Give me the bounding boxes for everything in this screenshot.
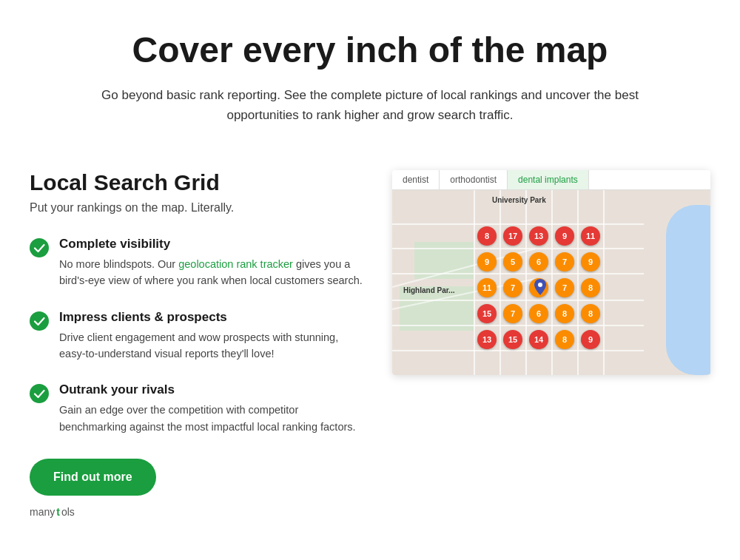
left-panel: Local Search Grid Put your rankings on t…	[30, 170, 363, 519]
map-dot-10: 11	[477, 278, 497, 297]
feature-content-visibility: Complete visibility No more blindspots. …	[59, 237, 363, 289]
map-dot-8: 7	[555, 252, 574, 271]
map-dot-17: 6	[529, 304, 548, 323]
map-dot-21: 15	[503, 330, 522, 349]
map-pin	[534, 279, 546, 295]
geolocation-link[interactable]: geolocation rank tracker	[178, 258, 293, 270]
map-dot-24: 9	[581, 330, 600, 349]
map-tab-dentist[interactable]: dentist	[392, 170, 440, 189]
feature-list: Complete visibility No more blindspots. …	[30, 237, 363, 436]
map-dot-4: 11	[581, 226, 600, 246]
hero-title: Cover every inch of the map	[30, 30, 710, 70]
svg-point-2	[30, 384, 49, 403]
map-tabs: dentist orthodontist dental implants	[392, 170, 710, 190]
feature-title-rivals: Outrank your rivals	[59, 382, 363, 397]
map-dot-16: 7	[503, 304, 522, 323]
map-tab-dental-implants[interactable]: dental implants	[508, 170, 589, 189]
map-dot-19: 8	[581, 304, 600, 323]
map-dot-7: 6	[529, 252, 548, 271]
hero-subtitle: Go beyond basic rank reporting. See the …	[74, 85, 666, 125]
main-content: Local Search Grid Put your rankings on t…	[30, 170, 710, 519]
feature-title-clients: Impress clients & prospects	[59, 310, 363, 325]
feature-item-visibility: Complete visibility No more blindspots. …	[30, 237, 363, 289]
map-container: dentist orthodontist dental implants	[392, 170, 710, 375]
page-wrapper: Cover every inch of the map Go beyond ba…	[0, 0, 740, 547]
hero-section: Cover every inch of the map Go beyond ba…	[30, 30, 710, 126]
map-dot-5: 9	[477, 252, 497, 271]
section-subtitle: Put your rankings on the map. Literally.	[30, 201, 363, 215]
map-dot-23: 8	[555, 330, 574, 349]
map-dot-2: 13	[529, 226, 548, 246]
section-title: Local Search Grid	[30, 170, 363, 195]
brand-name: many	[30, 506, 55, 518]
feature-item-rivals: Outrank your rivals Gain an edge over th…	[30, 382, 363, 435]
map-dot-13: 7	[555, 278, 574, 297]
map-dot-20: 13	[477, 330, 497, 349]
brand-suffix: ols	[61, 506, 75, 518]
right-panel: dentist orthodontist dental implants	[392, 170, 710, 375]
feature-title-visibility: Complete visibility	[59, 237, 363, 252]
map-dot-22: 14	[529, 330, 548, 349]
feature-content-clients: Impress clients & prospects Drive client…	[59, 310, 363, 362]
check-icon-visibility	[30, 238, 49, 257]
svg-point-1	[30, 311, 49, 331]
check-icon-rivals	[30, 384, 49, 403]
feature-desc-clients: Drive client engagement and wow prospect…	[59, 329, 363, 362]
map-tab-orthodontist[interactable]: orthodontist	[440, 170, 508, 189]
find-out-more-button[interactable]: Find out more	[30, 459, 156, 496]
map-dot-14: 8	[581, 278, 600, 297]
brand-logo: manytols	[30, 506, 363, 518]
svg-point-3	[538, 283, 542, 287]
map-background: University Park Highland Par... 81713911…	[392, 190, 710, 375]
dots-container: 817139119567911757815768813151489	[392, 190, 710, 375]
map-dot-6: 5	[503, 252, 522, 271]
map-dot-1: 17	[503, 226, 522, 246]
map-dot-0: 8	[477, 226, 497, 246]
feature-item-clients: Impress clients & prospects Drive client…	[30, 310, 363, 362]
feature-desc-visibility: No more blindspots. Our geolocation rank…	[59, 256, 363, 289]
map-dot-15: 15	[477, 304, 497, 323]
svg-point-0	[30, 238, 49, 257]
check-icon-clients	[30, 311, 49, 331]
map-dot-11: 7	[503, 278, 522, 297]
feature-content-rivals: Outrank your rivals Gain an edge over th…	[59, 382, 363, 435]
map-dot-18: 8	[555, 304, 574, 323]
map-dot-9: 9	[581, 252, 600, 271]
feature-desc-rivals: Gain an edge over the competition with c…	[59, 402, 363, 435]
map-dot-3: 9	[555, 226, 574, 246]
